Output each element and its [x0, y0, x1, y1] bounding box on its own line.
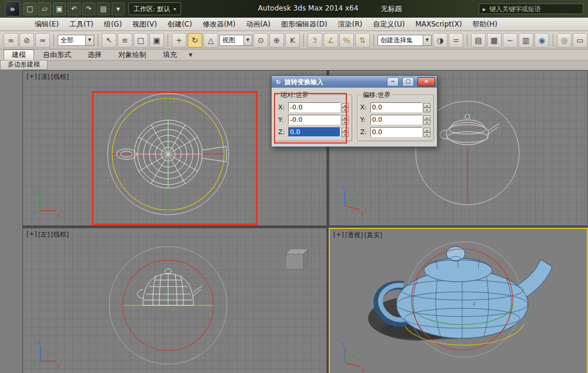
menu-item[interactable]: 编辑(E) [29, 18, 64, 31]
spinner-down-icon[interactable]: ▾ [342, 120, 349, 125]
layer-manager-icon[interactable]: ▤ [471, 33, 486, 48]
reference-coordinate-dropdown[interactable]: 视图▼ [219, 35, 252, 46]
viewport-shading-menu[interactable]: [真实] [364, 231, 382, 239]
new-scene-icon[interactable]: □ [24, 2, 36, 15]
viewport-name-menu[interactable]: [顶] [38, 72, 50, 81]
spinner-down-icon[interactable]: ▾ [423, 108, 430, 112]
undo-icon[interactable]: ↶ [68, 2, 81, 15]
absolute-y-field[interactable]: -0.0 [288, 115, 340, 125]
spinner-up-icon[interactable]: ▴ [423, 128, 430, 132]
angle-snap-icon[interactable]: ∠ [323, 33, 338, 48]
offset-y-field[interactable]: 0.0 [370, 115, 423, 125]
search-box[interactable]: ▸ 键入关键字或短语 [479, 4, 583, 14]
offset-y-spinner[interactable]: ▴ ▾ [423, 115, 430, 125]
render-setup-icon[interactable]: ◎ [557, 33, 572, 48]
offset-x-spinner[interactable]: ▴ ▾ [423, 103, 430, 112]
spinner-down-icon[interactable]: ▾ [342, 132, 349, 137]
3dsmax-logo-icon[interactable]: » [5, 1, 20, 16]
ribbon-tab[interactable]: 建模 [4, 49, 34, 60]
viewport-left[interactable]: [+] [左] [线框] [22, 228, 327, 373]
ribbon-tab[interactable]: 对象绘制 [111, 50, 154, 60]
chevron-down-icon[interactable]: ▼ [423, 35, 431, 45]
schematic-view-icon[interactable]: ▥ [519, 33, 533, 48]
dialog-title-bar[interactable]: ↻ 旋转变换输入 − □ × [272, 76, 437, 88]
spinner-up-icon[interactable]: ▴ [342, 128, 349, 132]
spinner-up-icon[interactable]: ▴ [423, 115, 430, 120]
absolute-x-field[interactable]: -0.0 [288, 102, 340, 112]
ribbon-options-icon[interactable]: ▼ [186, 50, 195, 60]
menu-item[interactable]: 自定义(U) [368, 18, 410, 31]
snap-toggle-3d-icon[interactable]: 3 [308, 33, 322, 48]
ribbon-tab[interactable]: 自由形式 [35, 50, 79, 60]
named-selection-sets-combo[interactable]: 创建选择集▼ [377, 35, 432, 46]
graphite-ribbon-icon[interactable]: ▦ [487, 33, 502, 48]
percent-snap-icon[interactable]: % [339, 33, 354, 48]
keyboard-override-icon[interactable]: K [285, 33, 300, 48]
spinner-snap-icon[interactable]: ⇅ [355, 33, 370, 48]
select-by-name-icon[interactable]: ≡ [118, 33, 132, 48]
viewport-menu-plus[interactable]: [+] [333, 231, 344, 239]
spinner-up-icon[interactable]: ▴ [342, 103, 349, 108]
offset-z-spinner[interactable]: ▴ ▾ [423, 128, 430, 137]
save-file-icon[interactable]: ▣ [53, 2, 66, 15]
menu-item[interactable]: 渲染(R) [333, 18, 368, 31]
tab-polygon-modeling[interactable]: 多边形建模 [0, 61, 48, 70]
viewport-shading-menu[interactable]: [线框] [51, 72, 69, 81]
rectangular-selection-icon[interactable]: □ [133, 33, 148, 48]
ribbon-tab[interactable]: 选择 [80, 50, 109, 60]
select-and-link-icon[interactable]: ∞ [4, 33, 18, 48]
viewport-perspective[interactable]: [+] [透视] [真实] [329, 228, 588, 373]
teapot-wireframe[interactable] [440, 114, 499, 145]
mirror-icon[interactable]: ◑ [433, 33, 447, 48]
spinner-down-icon[interactable]: ▾ [423, 120, 430, 125]
selection-filter-dropdown[interactable]: 全部▼ [58, 35, 94, 46]
window-crossing-icon[interactable]: ▣ [149, 33, 164, 48]
menu-item[interactable]: 组(G) [99, 18, 128, 31]
menu-item[interactable]: 修改器(M) [198, 18, 241, 31]
offset-x-field[interactable]: 0.0 [370, 102, 423, 112]
dialog-maximize-button[interactable]: □ [402, 77, 414, 86]
menu-item[interactable]: 视图(V) [127, 18, 162, 31]
align-icon[interactable]: = [449, 33, 463, 48]
select-object-icon[interactable]: ↖ [102, 33, 116, 48]
use-pivot-center-icon[interactable]: ⊙ [253, 33, 268, 48]
spinner-down-icon[interactable]: ▾ [342, 108, 349, 112]
select-manipulate-icon[interactable]: ⊕ [269, 33, 284, 48]
toolbar-options-icon[interactable]: ▾ [112, 2, 125, 15]
select-rotate-icon[interactable]: ↻ [188, 33, 202, 48]
absolute-x-spinner[interactable]: ▴ ▾ [342, 103, 349, 112]
menu-item[interactable]: MAXScript(X) [410, 18, 467, 31]
dialog-close-button[interactable]: × [417, 77, 435, 86]
absolute-y-spinner[interactable]: ▴ ▾ [342, 115, 349, 125]
spinner-up-icon[interactable]: ▴ [423, 103, 430, 108]
curve-editor-icon[interactable]: ~ [503, 33, 517, 48]
viewport-name-menu[interactable]: [左] [38, 230, 50, 239]
menu-item[interactable]: 工具(T) [64, 18, 99, 31]
project-folder-icon[interactable]: ▤ [97, 2, 110, 15]
dialog-minimize-button[interactable]: − [387, 77, 399, 86]
menu-item[interactable]: 图形编辑器(D) [276, 18, 333, 31]
ribbon-tab[interactable]: 填充 [155, 50, 185, 60]
select-move-icon[interactable]: + [172, 33, 186, 48]
open-file-icon[interactable]: ▱ [38, 2, 51, 15]
select-scale-icon[interactable]: △ [203, 33, 218, 48]
material-editor-icon[interactable]: ◉ [534, 33, 549, 48]
offset-z-field[interactable]: 0.0 [370, 127, 423, 137]
unlink-selection-icon[interactable]: ⊘ [19, 33, 34, 48]
redo-icon[interactable]: ↷ [82, 2, 95, 15]
spinner-down-icon[interactable]: ▾ [423, 132, 430, 137]
chevron-down-icon[interactable]: ▼ [243, 35, 252, 45]
menu-item[interactable]: 创建(C) [162, 18, 198, 31]
rendered-frame-icon[interactable]: ▭ [573, 33, 587, 48]
menu-item[interactable]: 帮助(H) [467, 18, 503, 31]
absolute-z-field[interactable]: 0.0 [288, 127, 340, 137]
teapot-left-view[interactable] [138, 269, 202, 305]
viewport-menu-plus[interactable]: [+] [26, 230, 37, 239]
workspace-selector[interactable]: 工作区: 默认 ▾ [128, 2, 181, 15]
viewport-menu-plus[interactable]: [+] [26, 72, 37, 81]
viewport-shading-menu[interactable]: [线框] [51, 230, 69, 239]
absolute-z-spinner[interactable]: ▴ ▾ [342, 128, 349, 137]
viewport-name-menu[interactable]: [透视] [345, 231, 363, 239]
menu-item[interactable]: 动画(A) [240, 18, 276, 31]
bind-to-space-warp-icon[interactable]: ≈ [35, 33, 50, 48]
